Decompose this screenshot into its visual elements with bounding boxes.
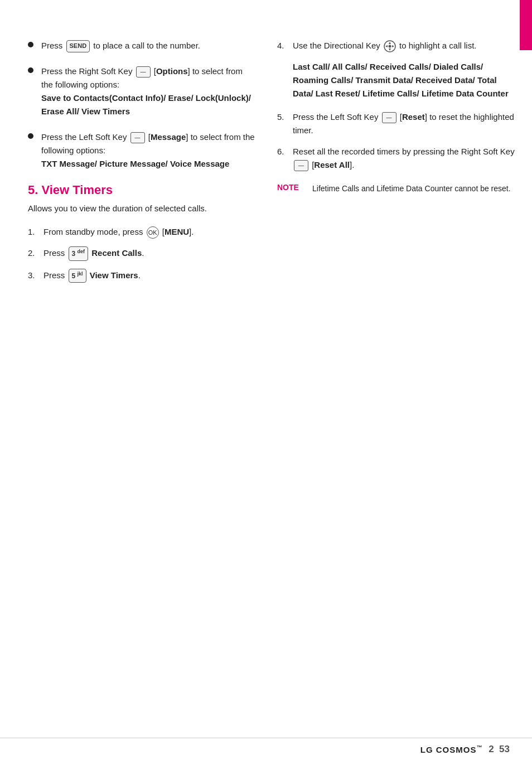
key-5jkl: 5 jkl	[69, 269, 86, 283]
step-number-2: 2.	[28, 246, 43, 260]
step-text-6: Reset all the recorded timers by pressin…	[293, 145, 515, 172]
step-text-5: Press the Left Soft Key — [Reset] to res…	[293, 110, 515, 137]
right-column: 4. Use the Directional Key to highlight …	[266, 22, 532, 743]
footer-brand: LG COSMOS™	[420, 744, 483, 754]
step-2: 2. Press 3 def Recent Calls.	[28, 246, 255, 261]
note-section: NOTE Lifetime Calls and Lifetime Data Co…	[277, 183, 515, 195]
step-text-3: Press 5 jkl View Timers.	[43, 269, 255, 283]
note-text: Lifetime Calls and Lifetime Data Counter…	[312, 183, 511, 195]
page-footer: LG COSMOS™ 2 53	[0, 738, 532, 755]
bullet-dot	[28, 67, 33, 73]
svg-marker-4	[392, 45, 394, 47]
step-4: 4. Use the Directional Key to highlight …	[277, 39, 515, 52]
svg-point-5	[388, 45, 391, 48]
bullet-item-left-soft: Press the Left Soft Key — [Message] to s…	[28, 130, 255, 171]
call-list: Last Call/ All Calls/ Received Calls/ Di…	[293, 60, 515, 100]
step-6: 6. Reset all the recorded timers by pres…	[277, 145, 515, 172]
left-soft-key-icon: —	[130, 132, 145, 143]
svg-marker-3	[385, 45, 388, 47]
step-number-3: 3.	[28, 269, 43, 282]
left-soft-options: TXT Message/ Picture Message/ Voice Mess…	[41, 159, 229, 168]
pink-tab	[520, 0, 532, 50]
step-number-4: 4.	[277, 39, 293, 52]
bullet-item-send: Press SEND to place a call to the number…	[28, 39, 255, 52]
step-number-5: 5.	[277, 110, 293, 124]
svg-marker-2	[389, 49, 391, 51]
step-number-1: 1.	[28, 225, 43, 239]
right-soft-options: Save to Contacts(Contact Info)/ Erase/ L…	[41, 93, 251, 116]
right-soft-key-icon-6: —	[294, 160, 308, 171]
right-soft-key-icon: —	[136, 66, 151, 78]
left-soft-key-icon-5: —	[382, 112, 396, 123]
step-text-1: From standby mode, press OK [MENU].	[43, 225, 255, 239]
section-heading: 5. View Timers	[28, 183, 113, 197]
send-key-badge: SEND	[66, 40, 90, 52]
bullet-text-send: Press SEND to place a call to the number…	[41, 39, 255, 52]
bullet-dot	[28, 133, 33, 139]
svg-marker-1	[389, 42, 391, 44]
bullet-dot	[28, 42, 33, 47]
footer-model: 2 53	[486, 744, 510, 755]
step-1: 1. From standby mode, press OK [MENU].	[28, 225, 255, 239]
section-intro: Allows you to view the duration of selec…	[28, 202, 255, 215]
step-text-2: Press 3 def Recent Calls.	[43, 246, 255, 261]
footer-tm: ™	[476, 744, 482, 751]
section-heading-container: 5. View Timers	[28, 183, 255, 197]
directional-key-icon	[384, 40, 396, 52]
step-text-4: Use the Directional Key to highlight a c…	[293, 39, 515, 52]
bullet-text-left-soft: Press the Left Soft Key — [Message] to s…	[41, 130, 255, 171]
key-3def: 3 def	[69, 246, 89, 260]
left-column: Press SEND to place a call to the number…	[0, 22, 266, 743]
ok-key-icon: OK	[147, 226, 159, 239]
step-5: 5. Press the Left Soft Key — [Reset] to …	[277, 110, 515, 137]
bullet-text-right-soft: Press the Right Soft Key — [Options] to …	[41, 65, 255, 118]
step-number-6: 6.	[277, 145, 293, 158]
step-3: 3. Press 5 jkl View Timers.	[28, 269, 255, 283]
bullet-item-right-soft: Press the Right Soft Key — [Options] to …	[28, 65, 255, 118]
note-label: NOTE	[277, 183, 308, 192]
